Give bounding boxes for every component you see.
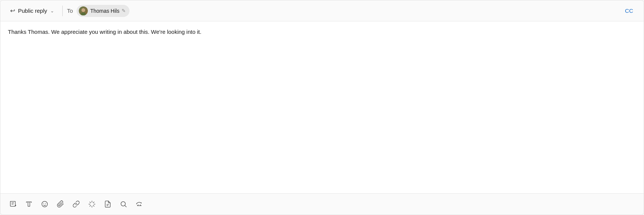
compose-icon	[9, 200, 17, 208]
emoji-icon	[41, 200, 48, 208]
svg-point-3	[42, 201, 48, 207]
clear-button[interactable]	[132, 197, 146, 211]
message-area[interactable]: Thanks Thomas. We appreciate you writing…	[0, 21, 644, 193]
svg-rect-0	[11, 201, 15, 206]
text-format-icon	[25, 200, 33, 208]
top-toolbar: ↩ Public reply ⌄ To Thomas Hils ✎ CC	[0, 0, 644, 21]
attach-icon	[57, 200, 64, 208]
svg-point-5	[45, 203, 46, 204]
article-button[interactable]	[101, 197, 114, 211]
ai-assist-button[interactable]	[85, 197, 99, 211]
composer-container: ↩ Public reply ⌄ To Thomas Hils ✎ CC Tha…	[0, 0, 644, 215]
ai-assist-icon	[88, 200, 96, 208]
recipient-chip[interactable]: Thomas Hils ✎	[77, 5, 129, 17]
message-body: Thanks Thomas. We appreciate you writing…	[8, 27, 636, 36]
link-button[interactable]	[69, 197, 83, 211]
svg-line-9	[93, 206, 94, 206]
article-icon	[104, 200, 111, 208]
search-icon	[120, 200, 127, 208]
compose-button[interactable]	[6, 197, 20, 211]
search-button[interactable]	[117, 197, 130, 211]
emoji-button[interactable]	[38, 197, 51, 211]
svg-line-13	[93, 202, 94, 203]
avatar	[79, 6, 88, 15]
vertical-divider	[62, 6, 63, 16]
recipient-name: Thomas Hils	[90, 8, 119, 14]
bottom-toolbar	[0, 193, 644, 215]
reply-type-label: Public reply	[18, 8, 47, 14]
edit-icon: ✎	[122, 8, 126, 14]
clear-icon	[135, 200, 143, 208]
to-label: To	[67, 8, 73, 14]
svg-line-17	[125, 206, 126, 207]
text-format-button[interactable]	[22, 197, 36, 211]
svg-point-16	[121, 201, 125, 206]
reply-type-button[interactable]: ↩ Public reply ⌄	[6, 5, 58, 17]
link-icon	[72, 200, 80, 208]
reply-arrow-icon: ↩	[10, 7, 15, 14]
svg-point-4	[44, 203, 44, 204]
cc-button[interactable]: CC	[622, 6, 636, 15]
attach-button[interactable]	[54, 197, 67, 211]
chevron-down-icon: ⌄	[50, 8, 54, 14]
svg-line-8	[90, 202, 90, 203]
svg-line-12	[90, 206, 90, 206]
